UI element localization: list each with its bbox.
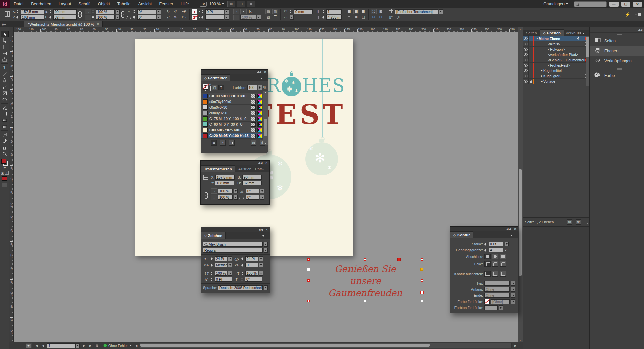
reference-point-proxy[interactable] [5, 11, 11, 17]
font-family-field[interactable]: Alex Brush [203, 242, 263, 247]
formatting-text-icon[interactable]: T [218, 85, 224, 90]
wrap-jump-icon[interactable]: ▧ [265, 15, 271, 20]
horizontal-scrollbar[interactable] [140, 343, 512, 348]
dropdown-arrow[interactable] [234, 189, 238, 193]
auto-fit-icon[interactable]: ⊞ [378, 9, 384, 14]
menu-item-schrift[interactable]: Schrift [75, 0, 94, 8]
align-center-button[interactable] [484, 271, 491, 277]
scroll-thumb[interactable] [586, 37, 589, 57]
bridge-button[interactable]: Br [200, 2, 207, 7]
visibility-eye-icon[interactable] [523, 57, 529, 62]
selection-handle[interactable] [364, 300, 366, 302]
collapse-panel-icon[interactable]: ◀◀ [258, 161, 263, 165]
select-container-icon[interactable]: ⌐P [181, 9, 187, 14]
panel-menu-icon[interactable] [262, 235, 268, 237]
search-input[interactable] [574, 1, 607, 7]
layer-row[interactable]: <Polygon> [523, 47, 590, 52]
panel-grip[interactable] [1, 9, 3, 19]
dropdown-arrow[interactable] [116, 9, 120, 14]
font-style-field[interactable]: Regular [203, 248, 263, 253]
rotation-field[interactable]: 0° [246, 189, 259, 193]
visibility-eye-icon[interactable] [523, 68, 529, 73]
dropdown-arrow[interactable] [439, 9, 443, 14]
page-list-arrow[interactable] [76, 343, 80, 348]
lock-cell[interactable] [529, 73, 533, 78]
vertical-scroll-thumb[interactable] [519, 169, 522, 276]
formatting-text-icon[interactable]: T [5, 171, 9, 175]
pencil-tool[interactable] [1, 83, 9, 90]
leading-stepper[interactable] [241, 257, 244, 260]
baseline-field[interactable]: 0 Pt [215, 277, 232, 282]
columns-field[interactable]: 1 [326, 9, 342, 14]
minimize-button[interactable]: — [609, 2, 619, 7]
cap-round-button[interactable] [492, 254, 498, 259]
restore-button[interactable]: ❐ [621, 2, 630, 7]
swap-fill-stroke-icon[interactable]: ⇄ [4, 166, 6, 169]
height-field[interactable]: 32 mm [53, 15, 77, 20]
dropdown-arrow[interactable] [225, 9, 229, 14]
layers-scrollbar[interactable] [586, 36, 589, 86]
menu-item-layout[interactable]: Layout [55, 0, 75, 8]
selection-handle[interactable] [364, 258, 366, 261]
page-number-field[interactable]: 1 [47, 343, 76, 348]
scale-x-field[interactable]: 100 % [218, 189, 233, 193]
menu-item-bearbeiten[interactable]: Bearbeiten [27, 0, 55, 8]
constrain-link-icon[interactable] [204, 191, 208, 200]
gap-tint-arrow[interactable] [499, 305, 503, 310]
close-button[interactable]: ✕ [633, 2, 642, 7]
zoom-tool[interactable] [1, 151, 9, 157]
swatch-row[interactable]: C=100 M=90 Y=10 K=0 [201, 93, 263, 99]
tint-field[interactable]: 100 [247, 85, 257, 90]
swap-icon[interactable]: ⇄ [209, 83, 211, 86]
rotation-field[interactable]: 0° [137, 9, 156, 14]
x-field[interactable]: 157,5 mm [215, 175, 235, 180]
content-collector-tool[interactable] [1, 56, 9, 63]
skew-field[interactable]: 0° [245, 277, 262, 282]
columns-stepper[interactable] [322, 10, 325, 13]
dropdown-arrow[interactable] [228, 271, 232, 276]
kerning-stepper[interactable] [211, 264, 214, 267]
collapse-panel-icon[interactable]: ◀◀ [257, 70, 261, 74]
vertical-scale-field[interactable]: 100 % [215, 271, 227, 276]
dock-item-verknüpfungen[interactable]: Verknüpfungen [590, 56, 644, 66]
dropdown-arrow[interactable] [259, 271, 263, 276]
scissors-tool[interactable] [1, 104, 9, 111]
fill-stroke-proxy[interactable] [1, 159, 8, 166]
dock-item-ebenen[interactable]: Ebenen [590, 46, 644, 56]
close-panel-icon[interactable]: ✕ [264, 70, 266, 74]
stroke-style-field[interactable] [205, 15, 224, 20]
dropdown-arrow[interactable] [157, 9, 161, 14]
tint-slider-arrow[interactable] [258, 85, 262, 90]
selection-handle[interactable] [421, 258, 423, 261]
gap-tool[interactable] [1, 50, 9, 56]
kerning-field[interactable]: Metrisch [215, 263, 227, 267]
tab-zeichen[interactable]: ◇Zeichen [201, 232, 226, 239]
dropdown-arrow[interactable] [264, 242, 268, 247]
menu-item-hilfe[interactable]: Hilfe [177, 0, 193, 8]
view-options-icon[interactable]: ▤ [227, 1, 235, 7]
wrap-column-icon[interactable]: ▔ [272, 15, 278, 20]
new-swatch-icon[interactable]: ▨ [251, 140, 256, 146]
join-round-button[interactable] [492, 261, 498, 267]
height-field[interactable]: 32 mm [242, 181, 262, 185]
quick-apply-icon[interactable]: ⚡ [625, 12, 630, 17]
clear-override-icon[interactable]: ▯ˣ [395, 15, 401, 20]
tab-kontur[interactable]: ◇Kontur [450, 231, 473, 238]
flip-vertical-icon[interactable]: ⇅ [172, 15, 178, 20]
x-field[interactable]: 157,5 mm [21, 9, 44, 14]
scale-y-field[interactable]: 100 % [96, 15, 115, 20]
constrain-scale-link-icon[interactable] [121, 11, 125, 18]
control-panel-menu-icon[interactable] [635, 13, 641, 16]
cap-projecting-button[interactable] [500, 254, 506, 259]
layer-row[interactable]: <Genieß... Gaumenfreu...> [523, 57, 590, 63]
lock-cell[interactable] [529, 52, 533, 57]
document-tab[interactable]: *Weihnachts-Menükarte.indd @ 100 % × [24, 21, 103, 27]
menu-item-fenster[interactable]: Fenster [155, 0, 177, 8]
weight-stepper[interactable] [484, 243, 487, 246]
shear-field[interactable]: 0° [137, 15, 156, 20]
hand-tool[interactable] [1, 144, 9, 151]
font-size-field[interactable]: 24 Pt [215, 256, 227, 261]
tab-overflow-icon[interactable]: ▶▶ [0, 23, 8, 27]
next-page-icon[interactable]: ▶ [82, 344, 86, 347]
swatch-row[interactable]: C=0 M=5 Y=25 K=0 [201, 127, 263, 133]
